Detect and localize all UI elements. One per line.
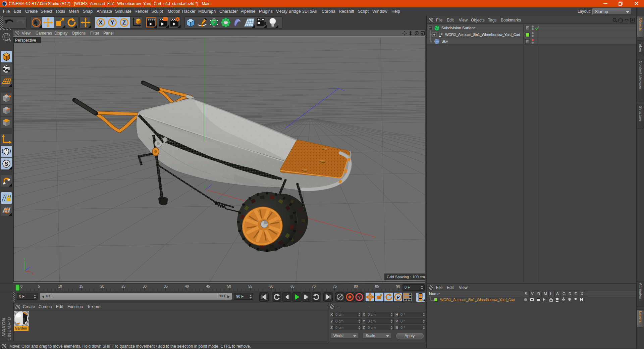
svg-text:90: 90: [396, 284, 400, 288]
svg-text:70: 70: [312, 284, 316, 288]
svg-text:5: 5: [38, 284, 40, 288]
svg-text:Perspective: Perspective: [15, 38, 36, 43]
svg-text:80: 80: [354, 284, 358, 288]
svg-text:Grid Spacing : 100 cm: Grid Spacing : 100 cm: [387, 275, 425, 279]
svg-text:Z: Z: [122, 19, 126, 26]
svg-text:75: 75: [333, 284, 337, 288]
svg-text:55: 55: [248, 284, 252, 288]
svg-text:65: 65: [290, 284, 294, 288]
svg-text:35: 35: [164, 284, 168, 288]
svg-text:?: ?: [358, 295, 361, 300]
svg-text:50: 50: [227, 284, 231, 288]
svg-text:15: 15: [79, 284, 83, 288]
svg-text:Z: Z: [31, 266, 33, 269]
svg-text:45: 45: [206, 284, 210, 288]
svg-text:20: 20: [100, 284, 104, 288]
svg-text:P: P: [396, 295, 399, 300]
svg-text:0: 0: [20, 284, 22, 288]
svg-text:S: S: [5, 161, 8, 167]
svg-text:30: 30: [143, 284, 147, 288]
svg-text:Y: Y: [23, 257, 25, 260]
svg-text:40: 40: [185, 284, 189, 288]
svg-text:X: X: [32, 272, 34, 275]
svg-text:60: 60: [269, 284, 273, 288]
svg-text:10: 10: [58, 284, 62, 288]
svg-text:25: 25: [121, 284, 125, 288]
svg-text:0: 0: [441, 32, 442, 36]
svg-text:Y: Y: [110, 19, 114, 26]
svg-text:85: 85: [375, 284, 379, 288]
svg-text:X: X: [99, 19, 103, 26]
